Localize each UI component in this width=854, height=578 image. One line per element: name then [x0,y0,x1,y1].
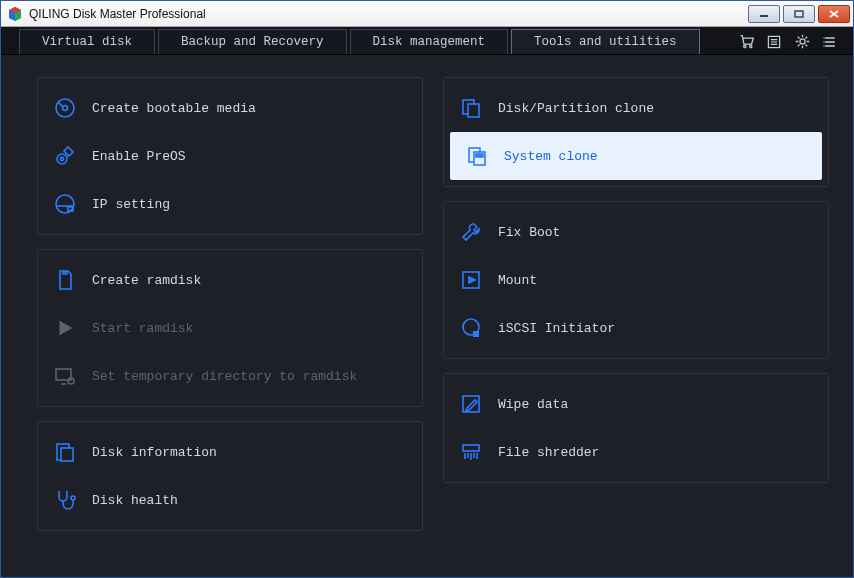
svg-rect-25 [476,154,479,157]
monitor-gear-icon [52,363,78,389]
monitor-icon [52,191,78,217]
item-label: System clone [504,149,598,164]
item-label: Start ramdisk [92,321,193,336]
panel-wipe: Wipe data File shredder [443,373,829,483]
svg-point-8 [799,39,804,44]
panel-fix-mount: Fix Boot Mount iSCSI Initiator [443,201,829,359]
svg-point-6 [749,45,751,47]
gear-wrench-icon [52,143,78,169]
disk-info-icon [52,439,78,465]
svg-rect-30 [473,331,479,337]
item-label: Set temporary directory to ramdisk [92,369,357,384]
iscsi-initiator-item[interactable]: iSCSI Initiator [444,304,828,352]
item-label: Mount [498,273,537,288]
fix-boot-item[interactable]: Fix Boot [444,208,828,256]
item-label: IP setting [92,197,170,212]
svg-rect-14 [68,207,73,211]
app-window: QILING Disk Master Professional Virtual … [0,0,854,578]
svg-point-5 [743,45,745,47]
wipe-data-item[interactable]: Wipe data [444,380,828,428]
svg-rect-19 [61,448,73,461]
item-label: iSCSI Initiator [498,321,615,336]
disk-information-item[interactable]: Disk information [38,428,422,476]
content-area: Create bootable media Enable PreOS IP se… [1,55,853,577]
window-title: QILING Disk Master Professional [29,7,206,21]
iscsi-icon [458,315,484,341]
disc-icon [52,95,78,121]
svg-rect-32 [463,445,479,451]
disk-partition-clone-item[interactable]: Disk/Partition clone [444,84,828,132]
tab-virtual-disk[interactable]: Virtual disk [19,29,155,54]
panel-boot-tools: Create bootable media Enable PreOS IP se… [37,77,423,235]
disk-health-item[interactable]: Disk health [38,476,422,524]
shredder-icon [458,439,484,465]
sdcard-icon [52,267,78,293]
stethoscope-icon [52,487,78,513]
system-clone-item[interactable]: System clone [450,132,822,180]
titlebar: QILING Disk Master Professional [1,1,853,27]
item-label: Disk health [92,493,178,508]
svg-rect-4 [795,11,803,17]
svg-marker-15 [60,321,73,336]
gear-icon[interactable] [793,33,811,51]
panel-ramdisk: Create ramdisk Start ramdisk Set tempora… [37,249,423,407]
menu-icon[interactable] [821,33,839,51]
start-ramdisk-item[interactable]: Start ramdisk [38,304,422,352]
panel-clone: Disk/Partition clone System clone [443,77,829,187]
svg-point-20 [71,496,75,500]
enable-preos-item[interactable]: Enable PreOS [38,132,422,180]
svg-rect-3 [760,15,768,17]
item-label: Create ramdisk [92,273,201,288]
cart-icon[interactable] [737,33,755,51]
play-icon [52,315,78,341]
list-icon[interactable] [765,33,783,51]
set-temp-dir-item[interactable]: Set temporary directory to ramdisk [38,352,422,400]
edit-icon [458,391,484,417]
file-shredder-item[interactable]: File shredder [444,428,828,476]
tab-tools-utilities[interactable]: Tools and utilities [511,29,700,54]
item-label: Enable PreOS [92,149,186,164]
svg-rect-26 [480,154,483,157]
mount-play-icon [458,267,484,293]
item-label: Disk/Partition clone [498,101,654,116]
wrench-icon [458,219,484,245]
clone-icon [458,95,484,121]
right-column: Disk/Partition clone System clone Fix Bo… [443,77,829,559]
item-label: Wipe data [498,397,568,412]
svg-point-11 [57,154,67,164]
tab-backup-recovery[interactable]: Backup and Recovery [158,29,347,54]
item-label: Fix Boot [498,225,560,240]
topbar: Virtual disk Backup and Recovery Disk ma… [1,27,853,55]
panel-disk-smart: Disk information Disk health [37,421,423,531]
svg-point-12 [60,157,63,160]
maximize-button[interactable] [783,5,815,23]
svg-marker-28 [469,277,475,283]
item-label: Disk information [92,445,217,460]
create-ramdisk-item[interactable]: Create ramdisk [38,256,422,304]
create-bootable-media-item[interactable]: Create bootable media [38,84,422,132]
app-logo-icon [7,6,23,22]
toolbar-right [737,29,849,54]
mount-item[interactable]: Mount [444,256,828,304]
close-button[interactable] [818,5,850,23]
left-column: Create bootable media Enable PreOS IP se… [37,77,423,559]
svg-rect-22 [468,104,479,117]
system-clone-icon [464,143,490,169]
minimize-button[interactable] [748,5,780,23]
item-label: Create bootable media [92,101,256,116]
tab-disk-management[interactable]: Disk management [350,29,509,54]
ip-setting-item[interactable]: IP setting [38,180,422,228]
item-label: File shredder [498,445,599,460]
